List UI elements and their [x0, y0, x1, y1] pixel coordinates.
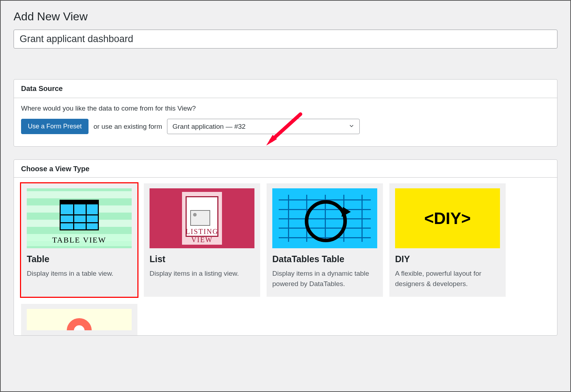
view-title-input[interactable] — [14, 30, 557, 49]
list-view-thumbnail: LISTING VIEW — [150, 188, 254, 248]
view-type-header: Choose a View Type — [14, 160, 557, 178]
table-icon — [60, 200, 99, 230]
card-desc: Display items in a listing view. — [150, 269, 254, 279]
existing-form-select[interactable]: Grant application — #32 — [167, 119, 360, 134]
diy-thumbnail: <DIY> — [395, 188, 500, 248]
view-type-card-datatables[interactable]: DataTables Table Display items in a dyna… — [267, 183, 383, 297]
view-type-card-diy[interactable]: <DIY> DIY A flexible, powerful layout fo… — [389, 183, 506, 297]
view-type-card-partial[interactable] — [21, 304, 137, 335]
thumb-label: TABLE VIEW — [27, 234, 132, 246]
data-source-prompt: Where would you like the data to come fr… — [21, 105, 550, 112]
datatables-thumbnail — [272, 188, 377, 248]
data-source-panel: Data Source Where would you like the dat… — [14, 79, 557, 147]
card-desc: A flexible, powerful layout for designer… — [395, 269, 500, 289]
table-view-thumbnail: TABLE VIEW — [27, 188, 132, 248]
or-use-existing-text: or use an existing form — [94, 123, 162, 131]
partial-thumbnail — [27, 309, 132, 330]
ring-icon — [67, 318, 92, 330]
card-title: Table — [27, 254, 132, 264]
page-title: Add New View — [14, 10, 557, 23]
svg-marker-3 — [342, 207, 351, 217]
thumb-label: LISTING VIEW — [182, 228, 222, 244]
view-type-panel: Choose a View Type TABLE VIEW Table Disp… — [14, 159, 557, 336]
view-type-card-list[interactable]: LISTING VIEW List Display items in a lis… — [144, 183, 260, 297]
use-form-preset-button[interactable]: Use a Form Preset — [21, 119, 89, 134]
image-placeholder-icon — [190, 210, 210, 226]
data-source-header: Data Source — [14, 80, 557, 98]
diy-text-icon: <DIY> — [424, 209, 471, 228]
card-title: List — [150, 254, 254, 264]
card-title: DIY — [395, 254, 500, 264]
svg-point-2 — [307, 202, 345, 240]
card-desc: Display items in a table view. — [27, 269, 132, 279]
refresh-icon — [301, 196, 354, 246]
card-desc: Display items in a dynamic table powered… — [272, 269, 377, 289]
view-type-card-table[interactable]: TABLE VIEW Table Display items in a tabl… — [21, 183, 137, 297]
card-title: DataTables Table — [272, 254, 377, 264]
